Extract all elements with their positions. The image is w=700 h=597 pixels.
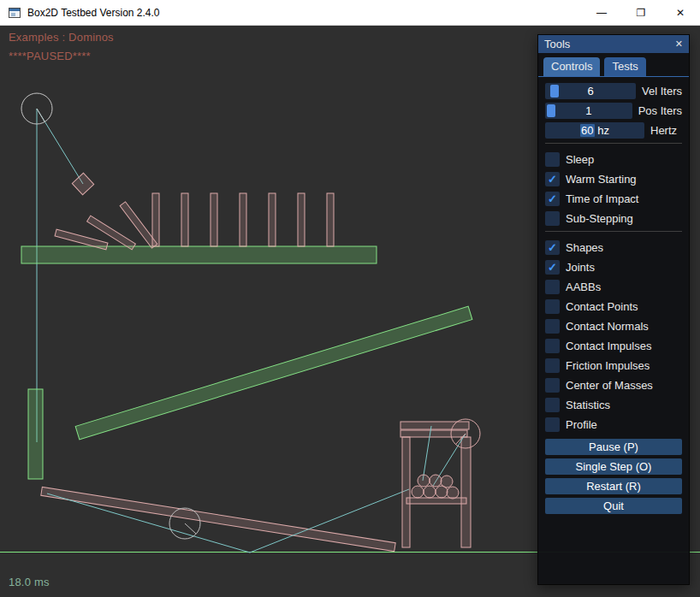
checkbox-contact-impulses[interactable]: ✓ Contact Impulses [545, 338, 682, 354]
separator [545, 143, 682, 144]
checkbox-contact-normals[interactable]: ✓ Contact Normals [545, 318, 682, 334]
checkbox-sub-stepping[interactable]: ✓ Sub-Stepping [545, 210, 682, 227]
pause-button[interactable]: Pause (P) [545, 439, 682, 455]
separator [545, 231, 682, 232]
slider-grab[interactable] [547, 104, 555, 117]
restart-button[interactable]: Restart (R) [545, 478, 682, 494]
checkbox-label: Contact Points [566, 300, 638, 313]
tab-controls[interactable]: Controls [543, 57, 600, 76]
ball [418, 475, 430, 487]
tools-close-icon[interactable]: ✕ [675, 39, 683, 49]
checkbox-box: ✓ [545, 280, 560, 294]
vel-iters-slider[interactable]: 6 [545, 83, 636, 99]
ramp-plank [75, 306, 472, 440]
domino [181, 193, 188, 246]
checkbox-label: Friction Impulses [566, 359, 650, 372]
checkbox-joints[interactable]: ✓ Joints [545, 259, 682, 275]
domino [240, 193, 246, 246]
check-icon: ✓ [548, 193, 557, 204]
tools-titlebar[interactable]: Tools ✕ [538, 35, 689, 53]
minimize-button[interactable]: — [582, 0, 621, 25]
hertz-row: 60 hz Hertz [545, 122, 682, 139]
checkbox-label: Center of Masses [566, 379, 653, 392]
checkbox-statistics[interactable]: ✓ Statistics [545, 397, 682, 413]
checkbox-label: Joints [566, 261, 595, 274]
domino [269, 193, 276, 246]
ball [436, 486, 448, 498]
minimize-icon: — [596, 7, 607, 19]
pendulum-circle-radius-line [37, 109, 44, 121]
tools-title: Tools [544, 38, 570, 50]
stand-left-post [402, 437, 410, 547]
window-title: Box2D Testbed Version 2.4.0 [27, 7, 160, 19]
checkbox-shapes[interactable]: ✓ Shapes [545, 239, 682, 256]
pos-iters-label: Pos Iters [638, 104, 682, 117]
vel-iters-row: 6 Vel Iters [545, 83, 682, 99]
frame-time-label: 18.0 ms [9, 576, 50, 588]
paused-label: ****PAUSED**** [9, 50, 91, 62]
checkbox-box: ✓ [545, 398, 560, 412]
checkbox-box: ✓ [545, 192, 560, 206]
checkbox-label: Contact Impulses [566, 340, 651, 352]
checkbox-box: ✓ [545, 319, 560, 334]
checkbox-box: ✓ [545, 378, 560, 393]
checkbox-friction-impulses[interactable]: ✓ Friction Impulses [545, 358, 682, 374]
hertz-value: 60 [580, 124, 594, 137]
window-titlebar[interactable]: Box2D Testbed Version 2.4.0 — ❐ ✕ [0, 0, 700, 26]
check-icon: ✓ [548, 242, 557, 253]
checkbox-box: ✓ [545, 417, 560, 432]
checkbox-box: ✓ [545, 339, 560, 353]
checkbox-label: Warm Starting [566, 173, 637, 186]
checkbox-box: ✓ [545, 211, 560, 226]
window-controls: — ❐ ✕ [582, 0, 700, 25]
swinging-box [72, 173, 93, 194]
domino-platform [21, 246, 377, 263]
ball [447, 487, 459, 499]
checkbox-box: ✓ [545, 240, 560, 255]
app-icon [8, 6, 21, 20]
close-icon: ✕ [676, 7, 685, 19]
checkbox-warm-starting[interactable]: ✓ Warm Starting [545, 171, 682, 187]
checkbox-time-of-impact[interactable]: ✓ Time of Impact [545, 191, 682, 207]
checkbox-box: ✓ [545, 260, 560, 275]
close-button[interactable]: ✕ [661, 0, 700, 25]
checkbox-profile[interactable]: ✓ Profile [545, 417, 682, 433]
checkbox-label: Time of Impact [566, 192, 638, 205]
vel-iters-label: Vel Iters [642, 85, 682, 98]
slider-grab[interactable] [550, 85, 559, 98]
hertz-suffix: hz [595, 124, 609, 137]
maximize-button[interactable]: ❐ [621, 0, 661, 25]
checkbox-sleep[interactable]: ✓ Sleep [545, 151, 682, 168]
domino [211, 193, 217, 246]
hertz-input[interactable]: 60 hz [545, 122, 644, 139]
tools-content: 6 Vel Iters 1 Pos Iters 60 hz Hertz ✓ Sl… [538, 77, 689, 514]
stand-shelf [406, 498, 466, 504]
ball [430, 475, 442, 487]
checkbox-label: AABBs [566, 281, 601, 293]
vertical-plank [28, 389, 43, 479]
checkbox-box: ✓ [545, 299, 560, 314]
quit-button[interactable]: Quit [545, 498, 682, 514]
pos-iters-row: 1 Pos Iters [545, 103, 682, 119]
domino [152, 193, 159, 246]
rolling-circle-radius-line [185, 523, 196, 534]
stand-right-post [461, 437, 471, 547]
vel-iters-value: 6 [587, 85, 593, 98]
seesaw-plank [41, 487, 395, 551]
checkbox-box: ✓ [545, 152, 560, 167]
checkbox-box: ✓ [545, 172, 560, 186]
ball [424, 486, 436, 498]
check-icon: ✓ [548, 262, 557, 273]
checkbox-contact-points[interactable]: ✓ Contact Points [545, 298, 682, 315]
checkbox-box: ✓ [545, 358, 560, 373]
single-step-button[interactable]: Single Step (O) [545, 458, 682, 475]
checkbox-label: Contact Normals [566, 320, 649, 333]
checkbox-center-of-masses[interactable]: ✓ Center of Masses [545, 377, 682, 393]
check-icon: ✓ [548, 174, 557, 185]
checkbox-label: Shapes [566, 241, 603, 254]
pos-iters-slider[interactable]: 1 [545, 103, 632, 119]
stand-top-bar [400, 430, 467, 437]
domino [298, 193, 305, 246]
checkbox-aabbs[interactable]: ✓ AABBs [545, 279, 682, 295]
tab-tests[interactable]: Tests [604, 57, 645, 76]
